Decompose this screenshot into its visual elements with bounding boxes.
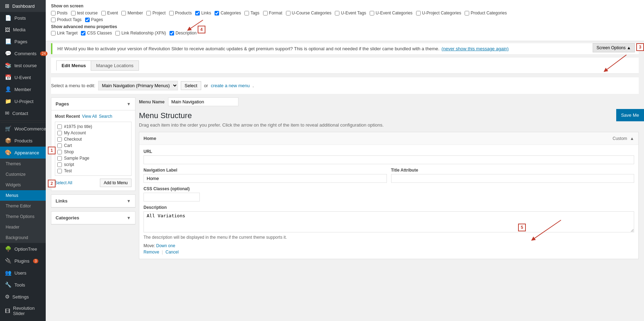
menu-item-home-header[interactable]: Home Custom ▲ <box>139 132 638 145</box>
save-menu-button[interactable]: Save Me <box>616 109 644 121</box>
sidebar-item-contact[interactable]: ✉ Contact <box>0 107 46 119</box>
cb-test-course-input[interactable] <box>71 11 76 15</box>
remove-link[interactable]: Remove <box>144 250 159 255</box>
cb-u-event-cat[interactable]: U-Event Categories <box>370 11 413 15</box>
sidebar-item-option-tree[interactable]: 🌳 OptionTree <box>0 243 46 255</box>
cb-u-course-cat-input[interactable] <box>286 11 291 15</box>
cb-u-event-tags-input[interactable] <box>335 11 339 15</box>
sidebar-item-media[interactable]: 🖼 Media <box>0 24 46 36</box>
cb-products-input[interactable] <box>169 11 174 15</box>
cb-link-target[interactable]: Link Target <box>51 31 77 36</box>
sidebar-item-theme-options[interactable]: Theme Options <box>0 211 46 222</box>
nav-label-input[interactable] <box>144 174 387 183</box>
menu-name-input[interactable] <box>168 97 238 106</box>
cb-u-project-cat-input[interactable] <box>416 11 421 15</box>
pages-tab-search[interactable]: Search <box>99 114 112 119</box>
cb-format[interactable]: Format <box>263 11 282 15</box>
menu-select[interactable]: Main Navigation (Primary Menus) <box>98 81 178 90</box>
cb-products[interactable]: Products <box>169 11 192 15</box>
cb-links[interactable]: Links <box>195 11 211 15</box>
cb-u-event-cat-input[interactable] <box>370 11 374 15</box>
cb-product-cat-input[interactable] <box>465 11 469 15</box>
cb-description[interactable]: Description 4 <box>170 31 197 36</box>
page-item-cb-6[interactable] <box>57 162 62 167</box>
cb-pages-input[interactable] <box>85 18 90 22</box>
cb-link-relationship[interactable]: Link Relationship (XFN) <box>115 31 166 36</box>
notice-link[interactable]: (never show this message again) <box>441 46 509 51</box>
page-item-cb-7[interactable] <box>57 169 62 173</box>
sidebar-item-menus[interactable]: Menus <box>0 190 46 201</box>
cb-product-cat[interactable]: Product Categories <box>465 11 507 15</box>
cb-product-tags[interactable]: Product Tags <box>51 17 82 22</box>
sidebar-item-background[interactable]: Background <box>0 232 46 243</box>
page-item-cb-2[interactable] <box>57 137 62 142</box>
move-down-link[interactable]: Down one <box>156 243 175 248</box>
cb-product-tags-input[interactable] <box>51 18 56 22</box>
sidebar-item-dashboard[interactable]: ⊞ Dashboard <box>0 0 46 12</box>
sidebar-item-tools[interactable]: 🔧 Tools <box>0 279 46 291</box>
sidebar-item-appearance[interactable]: 🎨 Appearance 1 <box>0 147 46 159</box>
cb-u-project-cat[interactable]: U-Project Categories <box>416 11 461 15</box>
sidebar-item-u-event[interactable]: 📅 U-Event <box>0 71 46 83</box>
title-attr-input[interactable] <box>391 174 635 183</box>
screen-options-button[interactable]: Screen Options ▲ <box>593 43 635 52</box>
sidebar-item-themes[interactable]: Themes <box>0 159 46 169</box>
sidebar-item-header[interactable]: Header <box>0 222 46 232</box>
pages-tab-recent[interactable]: Most Recent <box>55 114 80 119</box>
add-to-menu-button[interactable]: Add to Menu <box>100 179 132 187</box>
cb-link-target-input[interactable] <box>51 31 56 36</box>
cb-css-classes[interactable]: CSS Classes <box>81 31 112 36</box>
sidebar-item-theme-editor[interactable]: Theme Editor <box>0 201 46 211</box>
sidebar-item-widgets[interactable]: Widgets 2 <box>0 180 46 190</box>
sidebar-item-settings[interactable]: ⚙ Settings <box>0 291 46 303</box>
sidebar-item-posts[interactable]: 📄 Posts <box>0 12 46 24</box>
cb-tags-input[interactable] <box>244 11 249 15</box>
tab-manage-locations[interactable]: Manage Locations <box>91 60 139 71</box>
page-item-cb-3[interactable] <box>57 143 62 148</box>
cb-link-relationship-input[interactable] <box>115 31 120 36</box>
page-item-cb-1[interactable] <box>57 131 62 135</box>
sidebar-item-comments[interactable]: 💬 Comments 24 <box>0 47 46 59</box>
cb-member-input[interactable] <box>121 11 126 15</box>
cb-description-input[interactable] <box>170 31 174 36</box>
sidebar-item-pages[interactable]: 📃 Pages <box>0 36 46 47</box>
cb-event[interactable]: Event <box>101 11 118 15</box>
sidebar-item-products[interactable]: 📦 Products <box>0 135 46 147</box>
pages-tab-all[interactable]: View All <box>82 114 97 119</box>
cb-pages[interactable]: Pages <box>85 17 103 22</box>
cb-project[interactable]: Project <box>146 11 165 15</box>
sidebar-item-woocommerce[interactable]: 🛒 WooCommerce <box>0 122 46 135</box>
cancel-link[interactable]: Cancel <box>166 250 179 255</box>
sidebar-item-member[interactable]: 👤 Member <box>0 83 46 95</box>
create-menu-link[interactable]: create a new menu <box>211 83 250 88</box>
cb-categories-input[interactable] <box>215 11 219 15</box>
select-button[interactable]: Select <box>181 81 201 90</box>
cb-u-event-tags[interactable]: U-Event Tags <box>335 11 366 15</box>
cb-event-input[interactable] <box>101 11 106 15</box>
cb-posts[interactable]: Posts <box>51 11 68 15</box>
page-item-cb-4[interactable] <box>57 150 62 154</box>
cb-test-course[interactable]: test course <box>71 11 98 15</box>
page-item-cb-0[interactable] <box>57 124 62 129</box>
cb-member[interactable]: Member <box>121 11 143 15</box>
menu-item-home-toggle[interactable]: ▲ <box>630 136 634 141</box>
cb-project-input[interactable] <box>146 11 151 15</box>
pages-accordion-header[interactable]: Pages ▼ <box>51 98 135 110</box>
cb-posts-input[interactable] <box>51 11 56 15</box>
tab-edit-menus[interactable]: Edit Menus <box>56 60 91 71</box>
sidebar-item-plugins[interactable]: 🔌 Plugins 3 <box>0 255 46 267</box>
css-input[interactable] <box>144 193 200 201</box>
select-all-link[interactable]: Select All <box>55 180 72 185</box>
cb-tags[interactable]: Tags <box>244 11 259 15</box>
cb-categories[interactable]: Categories <box>215 11 241 15</box>
page-item-cb-5[interactable] <box>57 156 62 161</box>
cb-u-course-cat[interactable]: U-Course Categories <box>286 11 332 15</box>
sidebar-item-customize[interactable]: Customize <box>0 169 46 180</box>
sidebar-item-u-project[interactable]: 📁 U-Project <box>0 95 46 107</box>
categories-accordion-header[interactable]: Categories ▼ <box>51 212 135 224</box>
cb-css-classes-input[interactable] <box>81 31 85 36</box>
cb-links-input[interactable] <box>195 11 200 15</box>
sidebar-item-revolution-slider[interactable]: 🎞 Revolution Slider <box>0 303 46 319</box>
url-input[interactable] <box>144 155 634 164</box>
cb-format-input[interactable] <box>263 11 268 15</box>
